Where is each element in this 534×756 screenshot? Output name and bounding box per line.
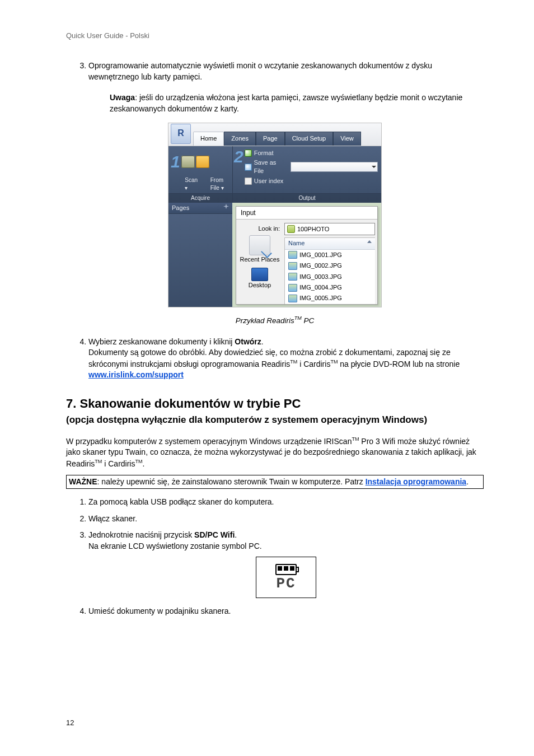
list-item-3: Oprogramowanie automatycznie wyświetli m… (88, 60, 484, 82)
ribbon-group-output: 2 Format Save as File User index Output (233, 146, 381, 203)
cloud-icon (245, 164, 252, 171)
app-logo-icon: R (171, 124, 191, 144)
tab-view[interactable]: View (333, 132, 361, 145)
file-row[interactable]: IMG_0005.JPG (285, 293, 375, 304)
image-file-icon (288, 295, 297, 302)
format-row[interactable]: Format (245, 148, 378, 158)
tab-cloud-setup[interactable]: Cloud Setup (285, 132, 334, 145)
list-item-c1: Za pomocą kabla USB podłącz skaner do ko… (88, 497, 484, 508)
main-area: Input Look in: Recent Places Desktop (232, 203, 381, 307)
ribbon-tabbar: R Home Zones Page Cloud Setup View (168, 123, 381, 146)
list-item-c4: Umieść dokumenty w podajniku skanera. (88, 606, 484, 617)
image-file-icon (288, 251, 297, 259)
pages-panel-title: Pages (172, 204, 189, 212)
image-file-icon (288, 273, 297, 281)
format-icon (245, 150, 252, 157)
desktop-icon[interactable] (251, 268, 268, 281)
page-header: Quick User Guide - Polski (66, 31, 484, 41)
file-row[interactable]: IMG_0002.JPG (285, 260, 375, 271)
support-link[interactable]: www.irislink.com/support (88, 370, 184, 379)
file-row[interactable]: IMG_0003.JPG (285, 272, 375, 282)
readiris-screenshot: R Home Zones Page Cloud Setup View 1 Sca… (168, 123, 382, 307)
section-7-subtitle: (opcja dostępna wyłącznie dla komputerów… (66, 413, 484, 427)
important-box: WAŻNE: należy upewnić się, że zainstalow… (66, 475, 484, 489)
sort-asc-icon (367, 240, 372, 243)
section-7-title: 7. Skanowanie dokumentów w trybie PC (66, 395, 484, 413)
scan-icon[interactable] (181, 156, 195, 168)
drive-icon (287, 225, 295, 233)
list-item-c3: Jednokrotnie naciśnij przycisk SD/PC Wif… (88, 530, 484, 598)
lookin-combo[interactable]: 100PHOTO (284, 223, 375, 235)
open-file-dialog: Input Look in: Recent Places Desktop (236, 206, 378, 305)
list-item-c2: Włącz skaner. (88, 514, 484, 525)
group-label-acquire: Acquire (168, 193, 232, 203)
user-index-row[interactable]: User index (245, 176, 378, 186)
instruction-list-c: Za pomocą kabla USB podłącz skaner do ko… (66, 497, 484, 617)
lcd-symbol-box: PC (256, 557, 316, 598)
instruction-list-a: Oprogramowanie automatycznie wyświetli m… (66, 60, 484, 82)
tab-page[interactable]: Page (256, 132, 285, 145)
desktop-label[interactable]: Desktop (238, 281, 281, 290)
list-item-4: Wybierz zeskanowane dokumenty i kliknij … (88, 337, 484, 381)
from-file-button[interactable]: FromFile ▾ (210, 176, 224, 192)
image-file-icon (288, 284, 297, 292)
battery-icon (275, 564, 297, 575)
group-label-output: Output (233, 193, 381, 203)
step-number-1: 1 (171, 153, 180, 170)
image-file-icon (288, 262, 297, 270)
note-label: Uwaga (110, 93, 135, 102)
file-row[interactable]: IMG_0001.JPG (285, 250, 375, 260)
section-7-para1: W przypadku komputerów z systemem operac… (66, 436, 484, 469)
scan-button[interactable]: Scan▾ (185, 176, 198, 192)
chevron-down-icon (372, 166, 376, 168)
note-text: : jeśli do urządzenia włożona jest karta… (110, 93, 462, 113)
instruction-list-b: Wybierz zeskanowane dokumenty i kliknij … (66, 337, 484, 381)
tab-zones[interactable]: Zones (224, 132, 256, 145)
lcd-pc-text: PC (276, 576, 296, 591)
ribbon-group-acquire: 1 Scan▾ FromFile ▾ Acquire (168, 146, 233, 203)
dialog-places: Look in: Recent Places Desktop (238, 223, 281, 304)
save-as-file-row[interactable]: Save as File (245, 158, 378, 176)
item3-text: Oprogramowanie automatycznie wyświetli m… (88, 61, 432, 81)
tab-home[interactable]: Home (193, 132, 224, 145)
lookin-value: 100PHOTO (297, 225, 329, 234)
file-list: Name IMG_0001.JPG IMG_0002.JPG IMG_0003.… (284, 237, 375, 304)
pin-icon[interactable] (223, 204, 229, 209)
column-header-name[interactable]: Name (285, 238, 375, 249)
screenshot-caption: Przykład ReadirisTM PC (66, 315, 484, 326)
user-index-icon (245, 178, 252, 185)
note-block: Uwaga: jeśli do urządzenia włożona jest … (110, 92, 484, 114)
pages-panel: Pages (168, 203, 232, 307)
file-row[interactable]: IMG_0004.JPG (285, 282, 375, 293)
page-number: 12 (66, 718, 74, 728)
screenshot-wrap: R Home Zones Page Cloud Setup View 1 Sca… (66, 123, 484, 311)
lookin-label: Look in: (238, 223, 281, 234)
from-file-icon[interactable] (196, 156, 209, 168)
save-as-file-combo[interactable] (291, 162, 378, 172)
install-link[interactable]: Instalacja oprogramowania (366, 477, 467, 486)
dialog-title: Input (236, 207, 377, 220)
ribbon: 1 Scan▾ FromFile ▾ Acquire 2 Format (168, 146, 381, 203)
recent-places-icon[interactable] (249, 235, 270, 255)
step-number-2: 2 (234, 148, 243, 165)
recent-places-label[interactable]: Recent Places (238, 255, 281, 264)
